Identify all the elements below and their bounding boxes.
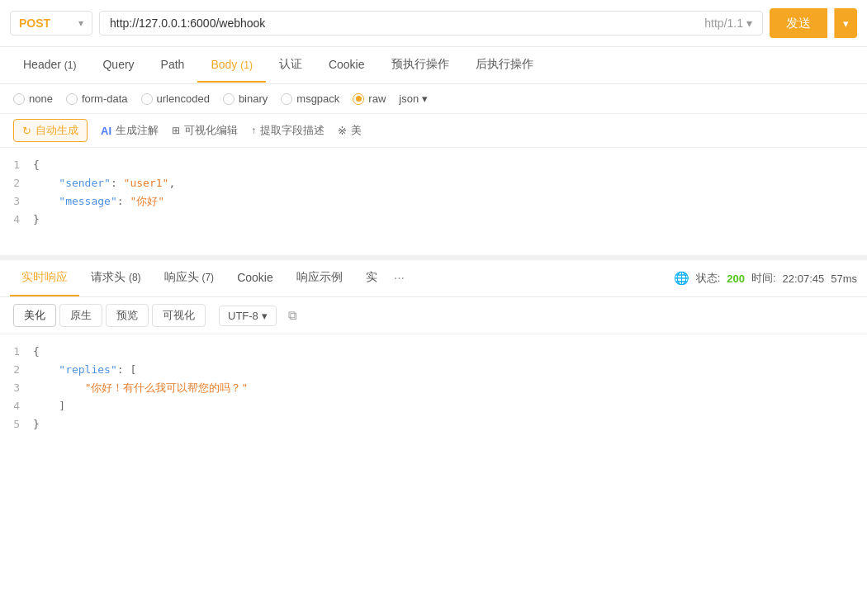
tab-cookie[interactable]: Cookie: [315, 48, 378, 83]
asterisk-icon: ※: [338, 125, 347, 137]
radio-form-data-circle: [66, 93, 78, 105]
radio-msgpack-circle: [281, 93, 292, 105]
status-code: 200: [727, 272, 745, 285]
gen-comment-label: 生成注解: [116, 123, 159, 138]
copy-button[interactable]: ⧉: [285, 305, 301, 326]
url-input-container: http/1.1 ▾: [99, 11, 763, 36]
beautify-label: 美: [351, 123, 362, 138]
protocol-arrow-icon: ▾: [746, 17, 752, 30]
auto-gen-button[interactable]: ↻ 自动生成: [13, 119, 88, 142]
encoding-select[interactable]: UTF-8 ▾: [219, 306, 277, 326]
body-type-form-data-label: form-data: [82, 92, 128, 105]
method-select[interactable]: POST ▾: [10, 11, 92, 36]
body-type-urlencoded-label: urlencoded: [157, 92, 210, 105]
res-line-3: 3 "你好！有什么我可以帮您的吗？": [0, 379, 867, 397]
res-line-1: 1 {: [0, 343, 867, 361]
duration-value: 57ms: [831, 272, 857, 285]
body-type-raw-label: raw: [368, 92, 386, 105]
response-subtabs: 美化 原生 预览 可视化 UTF-8 ▾ ⧉: [0, 297, 867, 334]
method-label: POST: [19, 17, 50, 30]
body-type-form-data[interactable]: form-data: [66, 92, 128, 105]
tab-actual[interactable]: 实: [354, 260, 389, 296]
subtab-raw[interactable]: 原生: [59, 304, 102, 327]
visual-edit-icon: ⊞: [172, 125, 180, 136]
ai-icon-label: AI: [101, 125, 111, 137]
req-line-4: 4 }: [0, 211, 867, 229]
body-type-raw[interactable]: raw: [353, 92, 386, 105]
visual-edit-label: 可视化编辑: [184, 123, 238, 138]
tab-response-example[interactable]: 响应示例: [285, 260, 354, 296]
body-type-bar: none form-data urlencoded binary msgpack…: [0, 84, 867, 114]
tab-header[interactable]: Header (1): [10, 48, 89, 83]
body-type-binary-label: binary: [239, 92, 268, 105]
status-label: 状态:: [696, 271, 721, 286]
json-type-dropdown[interactable]: json ▾: [399, 92, 428, 105]
request-tabs-bar: Header (1) Query Path Body (1) 认证 Cookie…: [0, 47, 867, 84]
subtab-preview[interactable]: 预览: [106, 304, 149, 327]
copy-icon: ⧉: [288, 308, 297, 322]
json-type-label: json: [399, 92, 419, 105]
app-container: POST ▾ http/1.1 ▾ 发送 ▾ Header (1) Query …: [0, 0, 867, 616]
response-code-editor[interactable]: 1 { 2 "replies": [ 3 "你好！有什么我可以帮您的吗？" 4 …: [0, 334, 867, 442]
extract-desc-button[interactable]: ↑ 提取字段描述: [251, 123, 325, 138]
radio-raw-circle: [353, 93, 364, 105]
protocol-label: http/1.1: [704, 17, 743, 30]
send-dropdown-button[interactable]: ▾: [834, 8, 857, 38]
body-type-msgpack-label: msgpack: [296, 92, 339, 105]
radio-urlencoded-circle: [141, 93, 153, 105]
beautify-button[interactable]: ※ 美: [338, 123, 362, 138]
res-line-5: 5 }: [0, 415, 867, 434]
tab-body[interactable]: Body (1): [197, 48, 265, 83]
req-line-3: 3 "message": "你好": [0, 192, 867, 211]
tab-response-cookie[interactable]: Cookie: [225, 261, 285, 296]
editor-toolbar: ↻ 自动生成 AI 生成注解 ⊞ 可视化编辑 ↑ 提取字段描述 ※ 美: [0, 114, 867, 148]
gen-comment-button[interactable]: AI 生成注解: [101, 123, 159, 138]
refresh-icon: ↻: [22, 125, 31, 137]
visual-edit-button[interactable]: ⊞ 可视化编辑: [172, 123, 238, 138]
time-value: 22:07:45: [783, 272, 825, 285]
tab-post-action[interactable]: 后执行操作: [462, 47, 547, 83]
encoding-arrow-icon: ▾: [262, 310, 268, 322]
tab-pre-action[interactable]: 预执行操作: [378, 47, 462, 83]
url-bar: POST ▾ http/1.1 ▾ 发送 ▾: [0, 0, 867, 47]
globe-icon: 🌐: [674, 271, 689, 286]
request-code-editor[interactable]: 1 { 2 "sender": "user1", 3 "message": "你…: [0, 148, 867, 255]
req-line-1: 1 {: [0, 156, 867, 174]
extract-desc-label: 提取字段描述: [260, 123, 325, 138]
tab-response-headers[interactable]: 响应头 (7): [153, 260, 226, 296]
more-tabs-button[interactable]: ···: [389, 271, 410, 286]
auto-gen-label: 自动生成: [36, 123, 78, 138]
radio-none-circle: [13, 93, 25, 105]
method-dropdown-icon: ▾: [78, 17, 83, 29]
protocol-select[interactable]: http/1.1 ▾: [704, 17, 752, 30]
send-button[interactable]: 发送: [770, 8, 827, 38]
subtab-beautify[interactable]: 美化: [13, 304, 56, 327]
url-input[interactable]: [110, 17, 704, 30]
tab-auth[interactable]: 认证: [266, 47, 315, 83]
json-dropdown-arrow-icon: ▾: [422, 92, 428, 105]
body-type-none-label: none: [29, 92, 53, 105]
response-tabs-bar: 实时响应 请求头 (8) 响应头 (7) Cookie 响应示例 实 ··· 🌐…: [0, 260, 867, 297]
encoding-label: UTF-8: [228, 310, 258, 322]
tab-query[interactable]: Query: [89, 48, 147, 83]
tab-path[interactable]: Path: [148, 48, 198, 83]
tab-request-headers[interactable]: 请求头 (8): [79, 260, 153, 296]
body-type-msgpack[interactable]: msgpack: [281, 92, 339, 105]
req-line-2: 2 "sender": "user1",: [0, 174, 867, 192]
time-label: 时间:: [751, 271, 776, 286]
body-type-binary[interactable]: binary: [223, 92, 268, 105]
radio-binary-circle: [223, 93, 235, 105]
extract-icon: ↑: [251, 125, 256, 136]
body-type-none[interactable]: none: [13, 92, 53, 105]
res-line-2: 2 "replies": [: [0, 361, 867, 379]
body-type-urlencoded[interactable]: urlencoded: [141, 92, 210, 105]
tab-realtime-response[interactable]: 实时响应: [10, 260, 79, 296]
subtab-visual[interactable]: 可视化: [152, 304, 206, 327]
response-status-section: 🌐 状态: 200 时间: 22:07:45 57ms: [674, 271, 857, 286]
res-line-4: 4 ]: [0, 397, 867, 415]
